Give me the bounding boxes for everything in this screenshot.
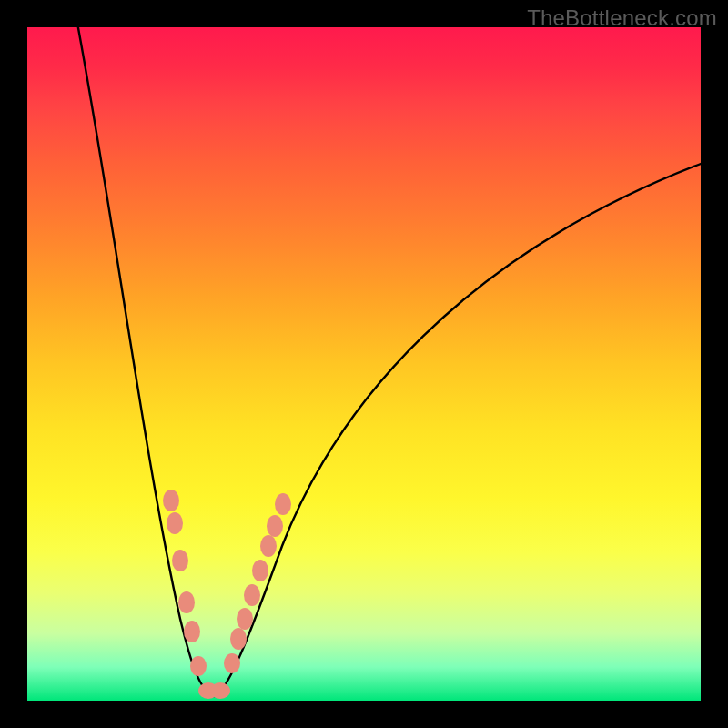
chart-svg — [27, 27, 701, 701]
data-dot — [172, 550, 188, 571]
data-dot — [163, 490, 179, 511]
data-dot — [267, 515, 283, 537]
bottleneck-curve — [76, 27, 701, 696]
data-dot — [210, 682, 230, 699]
chart-frame: TheBottleneck.com — [0, 0, 728, 728]
data-dot — [237, 608, 253, 630]
data-dot — [260, 535, 277, 557]
data-dot — [184, 621, 200, 642]
data-dot — [190, 656, 207, 676]
data-dot — [230, 628, 247, 650]
data-dot — [167, 512, 183, 534]
data-dot — [275, 493, 291, 515]
data-dots-group — [163, 490, 291, 699]
data-dot — [252, 560, 268, 581]
data-dot — [244, 584, 260, 606]
data-dot — [224, 653, 240, 673]
plot-area — [27, 27, 701, 701]
data-dot — [178, 592, 195, 613]
